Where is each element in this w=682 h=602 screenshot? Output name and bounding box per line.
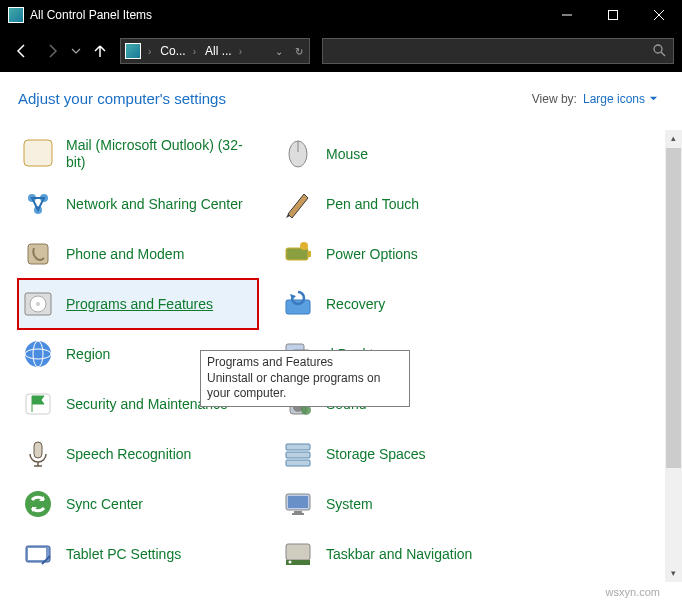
cp-item-storage[interactable]: Storage Spaces: [278, 429, 518, 479]
control-panel-icon: [8, 7, 24, 23]
mail-icon: [22, 138, 54, 170]
cp-item-recovery[interactable]: Recovery: [278, 279, 518, 329]
svg-rect-35: [286, 444, 310, 450]
address-icon: [125, 43, 141, 59]
svg-point-4: [654, 45, 662, 53]
cp-item-mail[interactable]: Mail (Microsoft Outlook) (32-bit): [18, 129, 258, 179]
tooltip-title: Programs and Features: [207, 355, 403, 371]
maximize-button[interactable]: [590, 0, 636, 30]
address-dropdown[interactable]: ⌄: [269, 46, 289, 57]
chevron-right-icon: ›: [236, 46, 245, 57]
sync-icon: [22, 488, 54, 520]
cp-item-programs[interactable]: Programs and Features: [18, 279, 258, 329]
up-button[interactable]: [86, 37, 114, 65]
network-icon: [22, 188, 54, 220]
cp-item-label: Power Options: [326, 246, 418, 263]
svg-rect-6: [24, 140, 52, 166]
programs-icon: [22, 288, 54, 320]
recent-dropdown[interactable]: [68, 37, 84, 65]
svg-rect-10: [28, 244, 48, 264]
cp-item-sync[interactable]: Sync Center: [18, 479, 258, 529]
cp-item-system[interactable]: System: [278, 479, 518, 529]
chevron-right-icon: ›: [145, 46, 154, 57]
cp-item-label: Region: [66, 346, 110, 363]
tooltip-body: Uninstall or change programs on your com…: [207, 371, 380, 401]
forward-button[interactable]: [38, 37, 66, 65]
cp-item-label: Sync Center: [66, 496, 143, 513]
svg-rect-28: [286, 300, 310, 314]
scroll-up-button[interactable]: ▴: [665, 130, 682, 147]
content-header: Adjust your computer's settings View by:…: [0, 72, 682, 117]
cp-item-label: Programs and Features: [66, 296, 213, 313]
tooltip: Programs and Features Uninstall or chang…: [200, 350, 410, 407]
recovery-icon: [282, 288, 314, 320]
cp-item-mouse[interactable]: Mouse: [278, 129, 518, 179]
mouse-icon: [282, 138, 314, 170]
navigation-bar: › Co... › All ... › ⌄ ↻: [0, 30, 682, 72]
svg-rect-40: [294, 511, 302, 513]
cp-item-label: System: [326, 496, 373, 513]
search-input[interactable]: [323, 44, 645, 58]
chevron-right-icon: ›: [190, 46, 199, 57]
cp-item-label: Pen and Touch: [326, 196, 419, 213]
cp-item-label: Mail (Microsoft Outlook) (32-bit): [66, 137, 258, 171]
viewby-value: Large icons: [583, 92, 645, 106]
cp-item-label: Taskbar and Navigation: [326, 546, 472, 563]
system-icon: [282, 488, 314, 520]
breadcrumb-seg-1[interactable]: Co...: [154, 44, 189, 58]
region-icon: [22, 338, 54, 370]
scroll-down-button[interactable]: ▾: [665, 565, 682, 582]
power-icon: [282, 238, 314, 270]
cp-item-label: Recovery: [326, 296, 385, 313]
back-button[interactable]: [8, 37, 36, 65]
svg-rect-26: [308, 251, 311, 257]
close-button[interactable]: [636, 0, 682, 30]
svg-rect-18: [34, 442, 42, 458]
phone-icon: [22, 238, 54, 270]
svg-point-13: [36, 302, 40, 306]
svg-rect-1: [609, 11, 618, 20]
svg-point-14: [25, 341, 51, 367]
cp-item-pen[interactable]: Pen and Touch: [278, 179, 518, 229]
cp-item-phone[interactable]: Phone and Modem: [18, 229, 258, 279]
cp-item-network[interactable]: Network and Sharing Center: [18, 179, 258, 229]
cp-item-label: Mouse: [326, 146, 368, 163]
chevron-down-icon: [649, 94, 658, 103]
pen-icon: [282, 188, 314, 220]
security-icon: [22, 388, 54, 420]
svg-rect-21: [28, 548, 46, 560]
viewby-dropdown[interactable]: Large icons: [583, 92, 658, 106]
speech-icon: [22, 438, 54, 470]
watermark: wsxyn.com: [606, 586, 660, 598]
svg-rect-39: [288, 496, 308, 508]
svg-line-5: [661, 52, 665, 56]
vertical-scrollbar[interactable]: ▴ ▾: [665, 130, 682, 582]
tablet-icon: [22, 538, 54, 570]
cp-item-label: Speech Recognition: [66, 446, 191, 463]
svg-point-44: [289, 561, 292, 564]
breadcrumb-seg-2[interactable]: All ...: [199, 44, 236, 58]
cp-item-tablet[interactable]: Tablet PC Settings: [18, 529, 258, 579]
minimize-button[interactable]: [544, 0, 590, 30]
cp-item-label: Tablet PC Settings: [66, 546, 181, 563]
titlebar: All Control Panel Items: [0, 0, 682, 30]
cp-item-taskbar[interactable]: Taskbar and Navigation: [278, 529, 518, 579]
window-title: All Control Panel Items: [30, 8, 544, 22]
cp-item-power[interactable]: Power Options: [278, 229, 518, 279]
svg-rect-36: [286, 452, 310, 458]
address-bar[interactable]: › Co... › All ... › ⌄ ↻: [120, 38, 310, 64]
cp-item-label: Phone and Modem: [66, 246, 184, 263]
svg-rect-41: [292, 513, 304, 515]
search-icon[interactable]: [645, 43, 673, 60]
page-title: Adjust your computer's settings: [18, 90, 532, 107]
refresh-button[interactable]: ↻: [289, 46, 309, 57]
svg-point-27: [300, 242, 308, 250]
scroll-thumb[interactable]: [666, 148, 681, 468]
taskbar-icon: [282, 538, 314, 570]
search-box[interactable]: [322, 38, 674, 64]
svg-rect-42: [286, 544, 310, 560]
cp-item-speech[interactable]: Speech Recognition: [18, 429, 258, 479]
svg-rect-37: [286, 460, 310, 466]
svg-point-19: [25, 491, 51, 517]
cp-item-label: Storage Spaces: [326, 446, 426, 463]
